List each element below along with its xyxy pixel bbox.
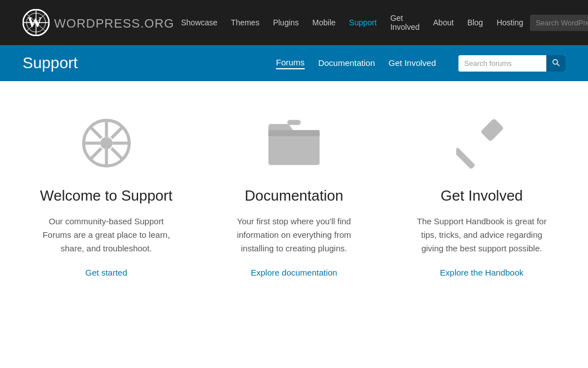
support-nav-documentation[interactable]: Documentation [318,58,375,69]
svg-rect-21 [269,130,320,136]
nav-link-support[interactable]: Support [342,14,384,32]
cards-container: Welcome to Support Our community-based S… [24,115,564,278]
nav-link-mobile[interactable]: Mobile [306,14,342,32]
documentation-card: Documentation Your first stop where you'… [211,115,376,278]
nav-item-mobile[interactable]: Mobile [306,14,342,32]
welcome-icon [78,115,135,171]
welcome-card-link[interactable]: Get started [86,268,127,277]
get-involved-card-desc: The Support Handbook is great for tips, … [411,215,553,255]
nav-link-get-involved[interactable]: Get Involved [384,9,426,36]
logo-brand: WordPress [54,16,140,30]
svg-rect-23 [456,147,475,169]
get-involved-card: Get Involved The Support Handbook is gre… [399,115,564,278]
welcome-card-title: Welcome to Support [35,187,177,205]
support-navigation: Forums Documentation Get Involved [276,55,565,72]
nav-link-about[interactable]: About [426,14,461,32]
nav-link-themes[interactable]: Themes [224,14,266,32]
svg-rect-24 [480,118,504,142]
svg-rect-20 [269,132,320,165]
svg-line-19 [90,148,101,159]
documentation-card-link[interactable]: Explore documentation [251,268,337,277]
support-page-title: Support [23,54,276,72]
get-involved-card-title: Get Involved [411,187,553,205]
nav-item-themes[interactable]: Themes [224,14,266,32]
documentation-card-desc: Your first stop where you'll find inform… [222,215,365,255]
hammer-icon [456,118,507,169]
search-icon [552,59,560,66]
documentation-card-title: Documentation [222,187,365,205]
nav-item-hosting[interactable]: Hosting [490,14,530,32]
top-right-area: 🔍 Get WordPress [530,12,588,33]
nav-link-plugins[interactable]: Plugins [266,14,306,32]
svg-line-9 [557,64,559,66]
forum-search-wrapper [458,55,565,72]
support-nav-get-involved[interactable]: Get Involved [389,58,436,69]
svg-line-16 [90,127,101,138]
svg-rect-22 [287,120,301,125]
nav-item-about[interactable]: About [426,14,461,32]
get-involved-icon [453,115,510,171]
nav-item-plugins[interactable]: Plugins [266,14,306,32]
logo-suffix: .org [140,16,174,30]
nav-item-showcase[interactable]: Showcase [174,14,224,32]
site-logo-text: WordPress.org [54,14,174,32]
wordpress-logo-icon: W [23,9,50,36]
nav-item-blog[interactable]: Blog [461,14,490,32]
svg-line-17 [112,148,123,159]
svg-point-11 [100,137,113,149]
welcome-card: Welcome to Support Our community-based S… [24,115,189,278]
documentation-icon [266,115,322,171]
welcome-card-desc: Our community-based Support Forums are a… [35,215,177,255]
nav-link-showcase[interactable]: Showcase [174,14,224,32]
nav-link-hosting[interactable]: Hosting [490,14,530,32]
nav-link-blog[interactable]: Blog [461,14,490,32]
support-wheel-icon [81,118,132,169]
nav-item-support[interactable]: Support [342,14,384,32]
top-navigation: W WordPress.org Showcase Themes Plugins … [0,0,588,45]
get-involved-card-link[interactable]: Explore the Handbook [440,268,523,277]
svg-line-18 [112,127,123,138]
site-search-wrapper: 🔍 [530,15,588,31]
support-header-bar: Support Forums Documentation Get Involve… [0,45,588,81]
main-nav-list: Showcase Themes Plugins Mobile Support G… [174,9,530,36]
folder-icon [266,118,322,169]
logo-area[interactable]: W WordPress.org [23,9,174,36]
nav-item-get-involved[interactable]: Get Involved [384,9,426,36]
support-nav-forums[interactable]: Forums [276,57,305,69]
svg-text:W: W [28,14,42,30]
forum-search-button[interactable] [546,55,565,72]
main-content-area: Welcome to Support Our community-based S… [0,81,588,323]
site-search-input[interactable] [530,15,588,31]
